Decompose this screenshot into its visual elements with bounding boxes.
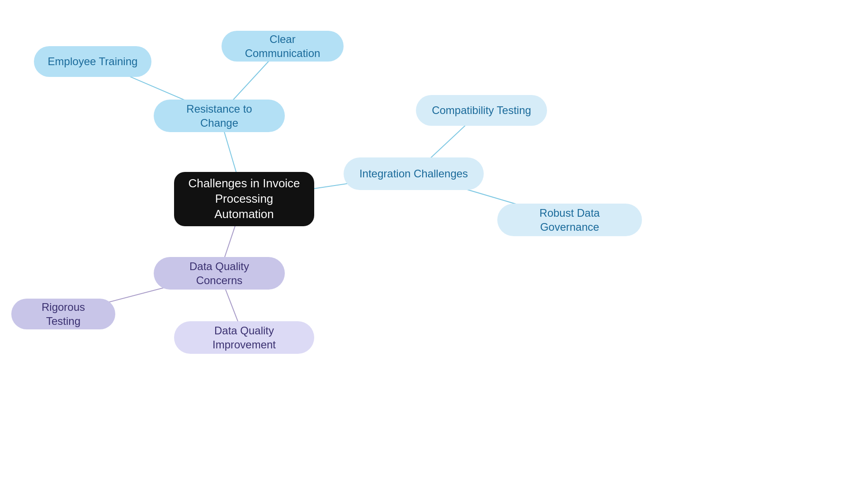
data-improvement-node: Data Quality Improvement — [174, 321, 314, 354]
employee-training-node: Employee Training — [34, 46, 151, 77]
rigorous-testing-label: Rigorous Testing — [24, 300, 103, 328]
compatibility-label: Compatibility Testing — [432, 103, 531, 117]
resistance-label: Resistance to Change — [166, 102, 272, 130]
compatibility-node: Compatibility Testing — [416, 95, 547, 126]
robust-data-label: Robust Data Governance — [510, 206, 629, 234]
clear-communication-node: Clear Communication — [222, 31, 344, 62]
data-quality-node: Data Quality Concerns — [154, 257, 285, 290]
rigorous-testing-node: Rigorous Testing — [11, 299, 115, 329]
integration-label: Integration Challenges — [359, 167, 468, 181]
employee-training-label: Employee Training — [48, 54, 138, 68]
resistance-node: Resistance to Change — [154, 100, 285, 132]
clear-communication-label: Clear Communication — [234, 32, 331, 60]
center-node: Challenges in Invoice Processing Automat… — [174, 172, 314, 226]
data-quality-label: Data Quality Concerns — [166, 259, 272, 287]
robust-data-node: Robust Data Governance — [497, 204, 642, 236]
center-label: Challenges in Invoice Processing Automat… — [187, 176, 302, 222]
data-improvement-label: Data Quality Improvement — [187, 323, 302, 352]
integration-node: Integration Challenges — [344, 157, 484, 190]
